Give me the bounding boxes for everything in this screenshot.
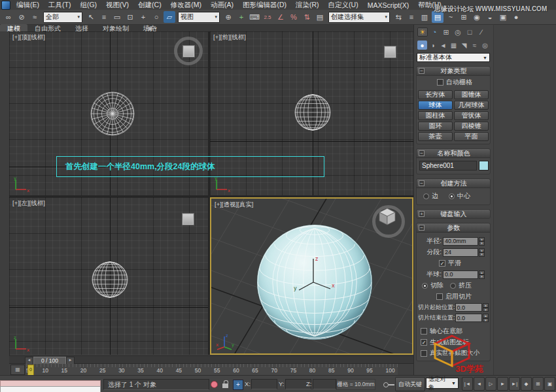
rectangular-selection-icon[interactable]: ▭▾ [111,11,123,23]
subtab-shapes-icon[interactable]: ◑ [428,41,438,50]
slice-from-spinner[interactable]: ▴▾ [483,303,489,312]
panel-tab-modify-icon[interactable]: ◔ [429,27,440,37]
set-key-icon[interactable] [383,382,389,387]
select-by-name-icon[interactable]: ≡▾ [98,11,110,23]
time-slider[interactable]: 0 [27,365,34,376]
collapse-icon[interactable]: − [419,68,425,74]
panel-tab-display-icon[interactable]: □ [464,27,475,37]
layer-manager-icon[interactable]: ▥▾ [419,11,430,23]
generate-mapping-checkbox[interactable]: ✓ [421,339,427,346]
viewcube[interactable] [182,213,194,225]
subtab-lights-icon[interactable]: ◄ [438,41,448,50]
subtab-systems-icon[interactable]: ◎ [480,41,490,50]
center-radio[interactable] [449,193,455,199]
selection-filter-dropdown[interactable]: 全部▾ [43,12,82,23]
panel-tab-create-icon[interactable]: ☀ [417,27,428,37]
smooth-checkbox[interactable]: ✓ [439,260,445,267]
slice-to-spinner[interactable]: ▴▾ [483,314,489,322]
menu-item[interactable]: 渲染(R) [291,1,324,10]
radius-spinner[interactable]: ▴▾ [479,237,485,246]
segments-spinner[interactable]: ▴▾ [479,248,485,257]
edit-named-sets-icon[interactable]: ▤▾ [314,11,326,23]
select-and-scale-icon[interactable]: ▱▾ [164,11,175,23]
play-button[interactable]: ▷ [485,377,496,391]
rollout-header[interactable]: − 名称和颜色 [417,149,490,158]
object-color-swatch[interactable] [479,161,489,171]
squash-radio[interactable] [450,283,456,289]
snaps-toggle-icon[interactable]: 2.5▾ [262,11,273,23]
menu-item[interactable]: 编辑(E) [12,1,44,10]
button-tube[interactable]: 管状体 [454,111,489,120]
subtab-helpers-icon[interactable]: ◥ [459,41,469,50]
button-sphere[interactable]: 球体 [418,101,453,110]
application-icon[interactable] [1,1,10,10]
collapse-icon[interactable]: − [419,150,425,156]
z-coordinate-field[interactable] [313,379,336,389]
segments-field[interactable]: 24 [443,248,478,257]
rollout-header[interactable]: + 键盘输入 [417,210,490,218]
go-to-start-button[interactable]: |◄ [462,377,473,391]
rollout-header[interactable]: − 创建方法 [417,179,490,188]
viewport-perspective[interactable]: z x y [+][透视][真实] z x y [210,197,413,355]
menu-item[interactable]: 创建(C) [133,1,166,10]
panel-tab-utilities-icon[interactable]: ∕ [476,27,487,37]
button-plane[interactable]: 平面 [454,132,489,141]
go-to-end-button[interactable]: ►| [509,377,520,391]
select-and-manipulate-icon[interactable]: +▾ [235,11,247,23]
real-world-map-checkbox[interactable] [421,350,427,357]
chop-radio[interactable] [422,283,428,289]
viewcube[interactable] [384,46,396,58]
viewport-label[interactable]: [+][前][线框] [213,33,246,42]
rollout-header[interactable]: − 参数 [417,223,490,233]
viewcube[interactable] [182,45,195,57]
button-geosphere[interactable]: 几何球体 [454,101,489,110]
select-object-icon[interactable]: ↖▾ [85,11,97,23]
absolute-offset-toggle-icon[interactable]: + [233,380,243,390]
angle-snap-icon[interactable]: ∠▾ [275,11,287,23]
select-and-rotate-icon[interactable]: ○▾ [150,11,162,23]
hemisphere-field[interactable]: 0.0 [443,270,478,279]
subtab-cameras-icon[interactable]: ▦ [449,41,459,50]
base-to-pivot-checkbox[interactable] [421,328,427,335]
category-dropdown[interactable]: 标准基本体▼ [417,53,490,62]
button-cylinder[interactable]: 圆柱体 [418,111,453,120]
rollout-header[interactable]: − 对象类型 [417,67,490,76]
previous-frame-button[interactable]: ◄ [474,377,485,391]
button-cone[interactable]: 圆锥体 [454,90,489,99]
viewport-left[interactable]: [+][左][线框] x z [9,197,208,355]
mini-curve-editor-icon[interactable]: ▦ [10,365,25,375]
expand-icon[interactable]: + [419,211,425,217]
prompt-pin-icon[interactable] [211,381,218,388]
bind-to-space-warp-icon[interactable]: ≈▾ [29,11,41,23]
viewport-label[interactable]: [+][顶][线框] [12,33,45,42]
button-torus[interactable]: 圆环 [418,122,453,131]
next-frame-button[interactable]: ► [497,377,508,391]
ribbon-minimize-icon[interactable]: ▣ ▾ [143,25,157,31]
isolate-toggle-button[interactable]: ▣ [544,377,555,391]
panel-tab-hierarchy-icon[interactable]: ⊞ [441,27,451,37]
viewport-label[interactable]: [+][透视][真实] [215,201,253,209]
collapse-icon[interactable]: − [419,180,425,186]
percent-snap-icon[interactable]: %▾ [288,11,300,23]
menu-item[interactable]: 动画(A) [206,1,238,10]
subtab-geometry-icon[interactable]: ● [417,41,427,50]
menu-item[interactable]: 图形编辑器(D) [238,1,291,10]
key-mode-button[interactable]: ◆ [521,377,532,391]
selection-lock-icon[interactable] [222,384,228,388]
button-teapot[interactable]: 茶壶 [418,132,453,141]
unlink-selection-icon[interactable]: ⊘▾ [16,11,27,23]
menu-item[interactable]: 组(G) [75,1,101,10]
menu-item[interactable]: 视图(V) [101,1,133,10]
menu-item[interactable]: 工具(T) [44,1,75,10]
enable-slice-checkbox[interactable] [436,293,443,300]
object-name-field[interactable]: Sphere001 [419,161,477,171]
radius-field[interactable]: 40.0mm [443,237,478,246]
autogrid-checkbox[interactable] [437,79,443,86]
hemisphere-spinner[interactable]: ▴▾ [479,270,485,279]
panel-tab-motion-icon[interactable]: ◎ [453,27,463,37]
menu-item[interactable]: 自定义(U) [324,1,363,10]
viewport-label[interactable]: [+][左][线框] [12,199,45,208]
select-and-link-icon[interactable]: ∞▾ [3,11,14,23]
keyboard-override-icon[interactable]: ⌨▾ [249,11,260,23]
slice-from-field[interactable]: 0.0 [455,303,482,312]
